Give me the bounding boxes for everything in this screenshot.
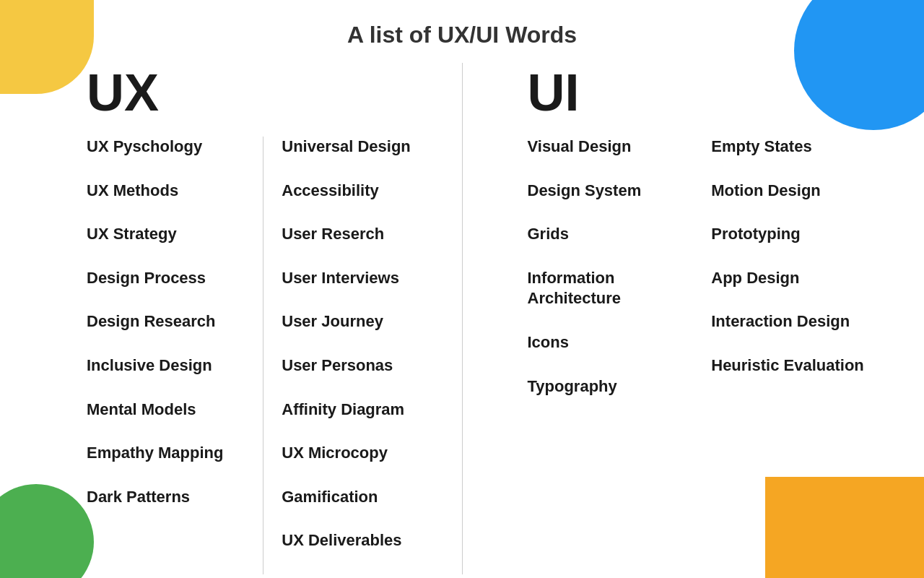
list-item: Empathy Mapping [87,443,245,464]
main-container: UX UX PyschologyUX MethodsUX StrategyDes… [0,63,924,574]
list-item: Empty States [711,137,866,158]
list-item: UX Methods [87,181,245,202]
list-item: Design Research [87,311,245,332]
list-item: Inclusive Design [87,355,245,376]
list-item: Mental Models [87,400,245,420]
list-item: Typography [528,376,683,397]
list-item: Information Architecture [528,268,683,309]
ux-section: UX UX PyschologyUX MethodsUX StrategyDes… [43,63,455,574]
list-item: Prototyping [711,224,866,245]
list-item: Grids [528,224,683,245]
section-divider [462,63,463,574]
list-item: Gamification [282,487,440,508]
list-item: Icons [528,332,683,353]
list-item: Dark Patterns [87,487,245,508]
ui-col-2: Empty StatesMotion DesignPrototypingApp … [697,137,881,420]
list-item: Universal Design [282,137,440,158]
ux-col-2: Universal DesignAccessibilityUser Reserc… [267,137,454,574]
list-item: UX Pyschology [87,137,245,158]
ux-columns: UX PyschologyUX MethodsUX StrategyDesign… [43,137,455,574]
list-item: UX Strategy [87,224,245,245]
list-item: UX Deliverables [282,530,440,551]
ux-col-divider [263,137,263,574]
ui-col-1: Visual DesignDesign SystemGridsInformati… [470,137,697,420]
ui-columns: Visual DesignDesign SystemGridsInformati… [470,137,881,420]
ui-header: UI [470,63,881,122]
list-item: User Interviews [282,268,440,289]
ux-header: UX [43,63,455,122]
list-item: Motion Design [711,181,866,202]
list-item: Affinity Diagram [282,400,440,420]
ui-section: UI Visual DesignDesign SystemGridsInform… [470,63,881,574]
list-item: Design System [528,181,683,202]
page-title: A list of UX/UI Words [0,0,924,48]
list-item: Design Process [87,268,245,289]
ux-col-1: UX PyschologyUX MethodsUX StrategyDesign… [43,137,259,574]
list-item: Interaction Design [711,311,866,332]
list-item: Accessibility [282,181,440,202]
list-item: UX Microcopy [282,443,440,464]
list-item: User Journey [282,311,440,332]
list-item: Heuristic Evaluation [711,355,866,376]
list-item: User Reserch [282,224,440,245]
list-item: User Personas [282,355,440,376]
list-item: App Design [711,268,866,289]
list-item: Visual Design [528,137,683,158]
